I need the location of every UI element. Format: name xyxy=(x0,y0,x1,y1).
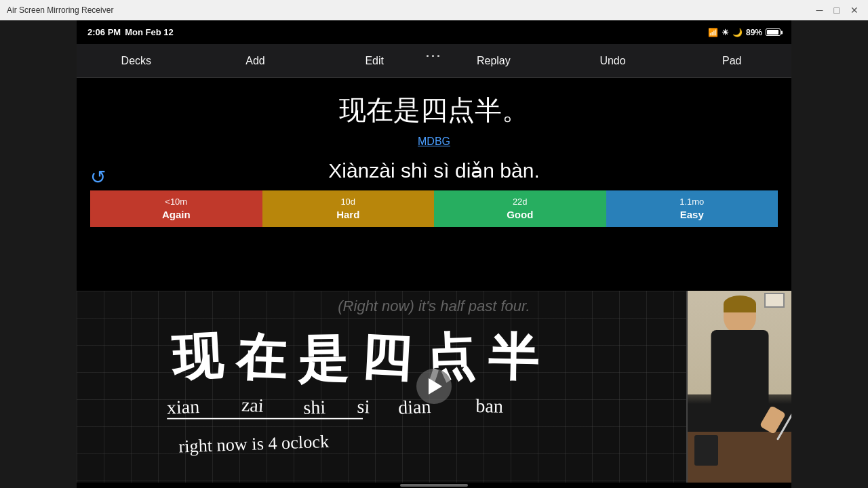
play-button[interactable] xyxy=(416,369,452,404)
three-dots: ... xyxy=(426,46,442,60)
status-left: 2:06 PM Mon Feb 12 xyxy=(87,27,174,37)
wifi-icon: 📶 xyxy=(708,28,718,37)
nav-decks[interactable]: Decks xyxy=(77,44,196,77)
battery-icon xyxy=(766,28,781,36)
easy-interval: 1.1mo xyxy=(679,197,704,208)
time-display: 2:06 PM xyxy=(87,27,121,37)
mdbg-link[interactable]: MDBG xyxy=(418,136,450,148)
device-on-desk xyxy=(694,435,718,466)
close-button[interactable]: ✕ xyxy=(848,5,861,16)
hard-button[interactable]: 10d Hard xyxy=(262,190,435,227)
pinyin-text: Xiànzài shì sì diǎn bàn. xyxy=(328,159,540,182)
nav-add[interactable]: Add xyxy=(196,44,315,77)
again-label: Again xyxy=(162,208,191,222)
handwriting-canvas[interactable]: (Right now) it's half past four. 现 在 是 四… xyxy=(77,291,791,483)
swipe-indicator xyxy=(400,484,468,487)
brightness-icon: ☀ xyxy=(722,28,729,37)
ios-frame: 2:06 PM Mon Feb 12 ... 📶 ☀ 🌙 89% Decks A… xyxy=(77,20,791,488)
again-interval: <10m xyxy=(165,197,187,208)
person-body xyxy=(711,330,768,405)
status-bar: 2:06 PM Mon Feb 12 ... 📶 ☀ 🌙 89% xyxy=(77,20,791,44)
svg-text:在: 在 xyxy=(234,329,288,387)
webcam-person xyxy=(688,291,791,483)
svg-text:shi: shi xyxy=(303,396,326,418)
date-display: Mon Feb 12 xyxy=(125,27,174,37)
chinese-sentence: 现在是四点半。 xyxy=(339,92,529,129)
card-content: 现在是四点半。 MDBG Xiànzài shì sì diǎn bàn. ↺ … xyxy=(77,78,791,291)
again-button[interactable]: <10m Again xyxy=(90,190,262,227)
svg-text:right now  is  4   oclock: right now is 4 oclock xyxy=(178,431,330,456)
window-title: Air Screen Mirroring Receiver xyxy=(7,5,113,15)
play-icon xyxy=(429,378,442,394)
answer-buttons: <10m Again 10d Hard 22d Good 1.1mo Easy xyxy=(90,190,778,227)
svg-text:是: 是 xyxy=(297,331,349,387)
desk xyxy=(688,432,791,483)
hard-label: Hard xyxy=(336,208,359,222)
svg-text:zai: zai xyxy=(241,394,264,416)
status-right: 📶 ☀ 🌙 89% xyxy=(708,28,781,37)
svg-text:现: 现 xyxy=(170,327,226,386)
nav-undo[interactable]: Undo xyxy=(553,44,673,77)
easy-button[interactable]: 1.1mo Easy xyxy=(606,190,778,227)
replay-button[interactable]: ↺ xyxy=(90,166,106,188)
good-button[interactable]: 22d Good xyxy=(434,190,606,227)
svg-text:四: 四 xyxy=(359,329,412,387)
do-not-disturb-icon: 🌙 xyxy=(732,28,743,37)
webcam-overlay: ‹ xyxy=(686,291,791,483)
wall-picture xyxy=(764,293,785,308)
svg-text:半: 半 xyxy=(487,329,538,386)
svg-text:ban: ban xyxy=(475,395,503,417)
hard-interval: 10d xyxy=(340,197,355,208)
battery-fill xyxy=(767,30,778,35)
swipe-bar xyxy=(77,483,791,488)
nav-edit[interactable]: Edit xyxy=(315,44,434,77)
svg-text:si: si xyxy=(357,395,370,417)
minimize-button[interactable]: ─ xyxy=(814,5,826,16)
battery-percent: 89% xyxy=(746,28,762,37)
window-title-bar: Air Screen Mirroring Receiver ─ □ ✕ xyxy=(0,0,868,20)
translation-hint: (Right now) it's half past four. xyxy=(338,298,530,315)
maximize-button[interactable]: □ xyxy=(831,5,842,16)
window-controls: ─ □ ✕ xyxy=(814,5,861,16)
good-interval: 22d xyxy=(513,197,528,208)
nav-replay[interactable]: Replay xyxy=(434,44,553,77)
easy-label: Easy xyxy=(680,208,704,222)
person-hair xyxy=(724,296,756,312)
good-label: Good xyxy=(507,208,533,222)
svg-text:xian: xian xyxy=(166,395,199,418)
nav-pad[interactable]: Pad xyxy=(672,44,791,77)
